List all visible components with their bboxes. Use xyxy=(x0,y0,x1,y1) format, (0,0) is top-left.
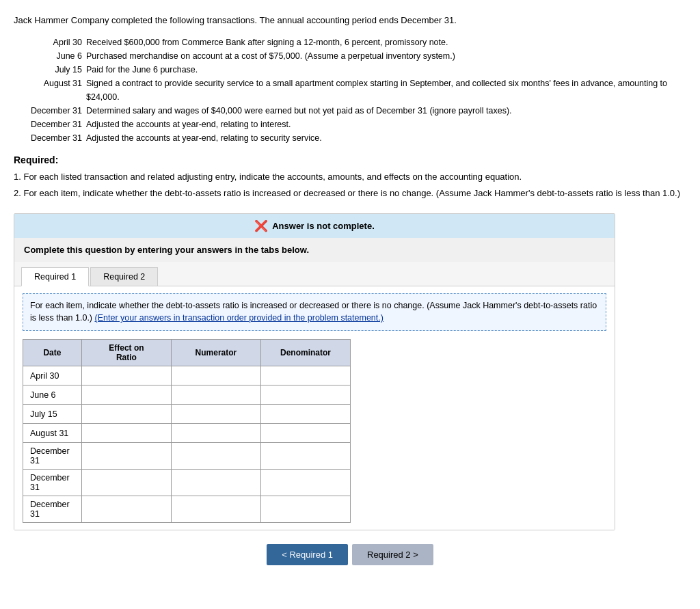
table-cell-denominator[interactable] xyxy=(260,366,350,385)
table-header-row: DateEffect on RatioNumeratorDenominator xyxy=(23,340,351,366)
table-cell-denominator[interactable] xyxy=(260,385,350,405)
table-cell-effect[interactable] xyxy=(81,424,171,443)
table-cell-numerator[interactable] xyxy=(171,424,260,443)
table-cell-numerator[interactable] xyxy=(171,496,260,523)
answer-box: ❌ Answer is not complete. Complete this … xyxy=(14,213,615,531)
table-column-header: Date xyxy=(23,340,82,366)
transaction-date: December 31 xyxy=(27,131,82,145)
transaction-row: July 15Paid for the June 6 purchase. xyxy=(27,63,686,77)
error-icon: ❌ xyxy=(254,219,268,232)
table-cell-denominator[interactable] xyxy=(260,424,350,443)
complete-instruction: Complete this question by entering your … xyxy=(14,238,615,262)
table-cell-numerator[interactable] xyxy=(171,443,260,470)
intro-text: Jack Hammer Company completed the follow… xyxy=(14,14,686,27)
table-header: DateEffect on RatioNumeratorDenominator xyxy=(23,340,351,366)
tab-instruction-underline: (Enter your answers in transaction order… xyxy=(95,313,383,323)
table-cell-numerator[interactable] xyxy=(171,405,260,424)
transaction-desc: Determined salary and wages of $40,000 w… xyxy=(86,104,686,118)
table-cell-denominator[interactable] xyxy=(260,470,350,496)
table-column-header: Effect on Ratio xyxy=(81,340,171,366)
table-row: December 31 xyxy=(23,443,351,470)
table-row: April 30 xyxy=(23,366,351,385)
transaction-row: April 30Received $600,000 from Commerce … xyxy=(27,36,686,49)
required-item: 1. For each listed transaction and relat… xyxy=(14,170,686,185)
transaction-row: December 31Adjusted the accounts at year… xyxy=(27,131,686,145)
table-cell-date: August 31 xyxy=(23,424,82,443)
transaction-row: June 6Purchased merchandise on account a… xyxy=(27,49,686,63)
transactions-list: April 30Received $600,000 from Commerce … xyxy=(27,36,686,145)
transaction-row: December 31Determined salary and wages o… xyxy=(27,104,686,118)
table-column-header: Denominator xyxy=(260,340,350,366)
transaction-row: August 31Signed a contract to provide se… xyxy=(27,77,686,104)
transaction-date: July 15 xyxy=(27,63,82,77)
table-cell-denominator[interactable] xyxy=(260,405,350,424)
table-row: December 31 xyxy=(23,470,351,496)
table-cell-effect[interactable] xyxy=(81,405,171,424)
table-cell-date: December 31 xyxy=(23,470,82,496)
table-cell-date: July 15 xyxy=(23,405,82,424)
table-cell-effect[interactable] xyxy=(81,366,171,385)
bottom-nav: < Required 1 Required 2 > xyxy=(14,544,686,565)
table-cell-effect[interactable] xyxy=(81,443,171,470)
transaction-date: December 31 xyxy=(27,118,82,131)
transaction-desc: Signed a contract to provide security se… xyxy=(86,77,686,104)
tab-required-1[interactable]: Required 1 xyxy=(21,267,89,286)
data-table: DateEffect on RatioNumeratorDenominator … xyxy=(23,339,351,523)
next-button[interactable]: Required 2 > xyxy=(352,544,433,565)
required-items: 1. For each listed transaction and relat… xyxy=(14,170,686,201)
transaction-date: April 30 xyxy=(27,36,82,49)
transaction-date: June 6 xyxy=(27,49,82,63)
table-cell-effect[interactable] xyxy=(81,496,171,523)
table-cell-denominator[interactable] xyxy=(260,443,350,470)
transaction-date: August 31 xyxy=(27,77,82,104)
tab-required-2[interactable]: Required 2 xyxy=(90,267,158,286)
transaction-row: December 31Adjusted the accounts at year… xyxy=(27,118,686,131)
table-cell-effect[interactable] xyxy=(81,470,171,496)
prev-button[interactable]: < Required 1 xyxy=(267,544,348,565)
transaction-desc: Adjusted the accounts at year-end, relat… xyxy=(86,131,686,145)
table-cell-date: December 31 xyxy=(23,443,82,470)
tab-content: For each item, indicate whether the debt… xyxy=(14,286,615,530)
transaction-date: December 31 xyxy=(27,104,82,118)
required-label: Required: xyxy=(14,154,58,165)
instruction-box: For each item, indicate whether the debt… xyxy=(23,293,606,331)
transaction-desc: Purchased merchandise on account at a co… xyxy=(86,49,686,63)
table-row: June 6 xyxy=(23,385,351,405)
table-cell-numerator[interactable] xyxy=(171,366,260,385)
table-cell-effect[interactable] xyxy=(81,385,171,405)
table-row: December 31 xyxy=(23,496,351,523)
table-row: July 15 xyxy=(23,405,351,424)
transaction-desc: Received $600,000 from Commerce Bank aft… xyxy=(86,36,686,49)
tabs-container: Required 1Required 2 xyxy=(14,262,615,286)
table-cell-numerator[interactable] xyxy=(171,385,260,405)
table-cell-date: December 31 xyxy=(23,496,82,523)
table-cell-denominator[interactable] xyxy=(260,496,350,523)
table-column-header: Numerator xyxy=(171,340,260,366)
answer-not-complete-text: Answer is not complete. xyxy=(272,221,375,231)
table-body: April 30June 6July 15August 31December 3… xyxy=(23,366,351,523)
answer-not-complete-banner: ❌ Answer is not complete. xyxy=(14,214,615,238)
transaction-desc: Adjusted the accounts at year-end, relat… xyxy=(86,118,686,131)
table-cell-date: April 30 xyxy=(23,366,82,385)
required-section: Required: 1. For each listed transaction… xyxy=(14,154,686,201)
transaction-desc: Paid for the June 6 purchase. xyxy=(86,63,686,77)
table-row: August 31 xyxy=(23,424,351,443)
table-cell-date: June 6 xyxy=(23,385,82,405)
required-item: 2. For each item, indicate whether the d… xyxy=(14,186,686,201)
table-cell-numerator[interactable] xyxy=(171,470,260,496)
page-container: Jack Hammer Company completed the follow… xyxy=(14,14,686,565)
